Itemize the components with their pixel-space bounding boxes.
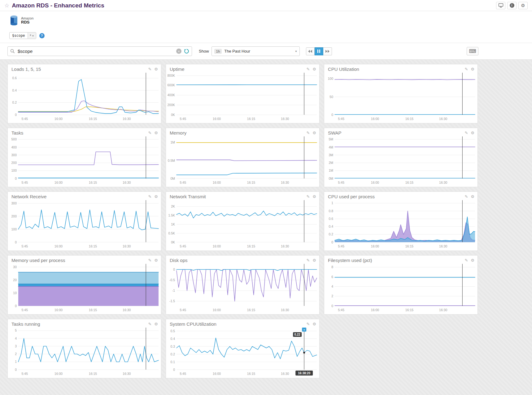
chart-plot[interactable]: 00.20.40.60.815:4516:0016:1516:30 — [324, 200, 477, 249]
brand-section: Amazon RDS $scope * ▾ ? — [0, 11, 532, 43]
svg-text:16:15: 16:15 — [405, 181, 413, 184]
svg-text:1.5K: 1.5K — [168, 213, 175, 217]
chart-plot[interactable]: 00.20.40.65:4516:0016:1516:30 — [8, 72, 161, 122]
chart-settings-icon[interactable]: ⚙ — [312, 322, 316, 326]
svg-text:-1: -1 — [172, 289, 175, 292]
chart-tools: ✎⚙ — [148, 131, 158, 135]
edit-chart-icon[interactable]: ✎ — [464, 258, 468, 262]
pause-button[interactable] — [315, 47, 323, 55]
chart-settings-icon[interactable]: ⚙ — [471, 195, 474, 199]
svg-text:16:15: 16:15 — [405, 244, 413, 248]
chart-title: Network Transmit — [170, 194, 306, 199]
edit-chart-icon[interactable]: ✎ — [148, 131, 151, 135]
svg-text:1: 1 — [331, 201, 333, 205]
edit-chart-icon[interactable]: ✎ — [148, 195, 151, 199]
svg-text:0.2: 0.2 — [170, 352, 175, 356]
edit-chart-icon[interactable]: ✎ — [464, 67, 468, 71]
chart-plot[interactable]: 0M1M2M3M4M5M5:4516:0016:1516:30 — [324, 136, 477, 185]
svg-text:0: 0 — [331, 304, 333, 308]
chart-card-header: Memory✎⚙ — [166, 128, 319, 136]
chart-plot[interactable]: 01002003005:4516:0016:1516:30 — [8, 200, 161, 249]
svg-text:0: 0 — [173, 268, 175, 271]
chart-settings-icon[interactable]: ⚙ — [154, 258, 158, 262]
chart-settings-icon[interactable]: ⚙ — [154, 131, 158, 135]
chart-settings-icon[interactable]: ⚙ — [312, 258, 316, 262]
chart-title: CPU Utilization — [328, 67, 464, 72]
svg-text:3M: 3M — [329, 153, 333, 157]
chart-plot[interactable]: 0-0.5-1-1.55:4516:0016:1516:30 — [166, 263, 319, 313]
edit-chart-icon[interactable]: ✎ — [464, 195, 468, 199]
edit-chart-icon[interactable]: ✎ — [306, 131, 310, 135]
chart-plot[interactable]: 01020305:4516:0016:1516:30 — [8, 263, 161, 313]
svg-text:5:45: 5:45 — [180, 244, 186, 248]
edit-chart-icon[interactable]: ✎ — [306, 67, 310, 71]
chart-settings-icon[interactable]: ⚙ — [312, 67, 316, 71]
edit-chart-icon[interactable]: ✎ — [148, 258, 151, 262]
chart-tools: ✎⚙ — [306, 258, 316, 262]
svg-text:16:30: 16:30 — [123, 181, 131, 184]
charts-grid: Loads 1, 5, 15✎⚙00.20.40.65:4516:0016:15… — [7, 64, 525, 378]
display-mode-button[interactable] — [496, 2, 505, 9]
chart-card-loads: Loads 1, 5, 15✎⚙00.20.40.65:4516:0016:15… — [7, 64, 161, 123]
chart-tools: ✎⚙ — [306, 67, 316, 71]
chart-plot[interactable]: 00.10.20.30.40.55:4516:0016:1516:30▼0.22… — [166, 327, 319, 376]
keyboard-shortcuts-button[interactable]: ⌨ — [467, 47, 478, 55]
edit-chart-icon[interactable]: ✎ — [148, 67, 151, 71]
chart-plot[interactable]: 0123455:4516:0016:1516:30 — [8, 327, 161, 376]
svg-text:4: 4 — [15, 337, 17, 340]
chart-title: Uptime — [170, 67, 306, 72]
svg-text:16:38:20: 16:38:20 — [298, 371, 310, 375]
dashboard-settings-button[interactable]: ⚙ — [518, 2, 528, 9]
svg-text:0.4: 0.4 — [12, 88, 17, 92]
svg-text:16:30: 16:30 — [439, 308, 447, 312]
svg-text:16:00: 16:00 — [213, 372, 221, 376]
chart-plot[interactable]: 0K0.5K1K1.5K2K5:4516:0016:1516:30 — [166, 200, 319, 249]
refresh-icon[interactable] — [184, 49, 189, 54]
svg-text:0: 0 — [15, 304, 17, 308]
chart-card-header: CPU Utilization✎⚙ — [324, 64, 477, 72]
svg-text:800K: 800K — [167, 74, 175, 77]
keyboard-icon: ⌨ — [469, 48, 476, 54]
chart-tools: ✎⚙ — [464, 258, 474, 262]
chart-card-swap: SWAP✎⚙0M1M2M3M4M5M5:4516:0016:1516:30 — [324, 128, 478, 187]
chart-plot[interactable]: 0M0.5M1M5:4516:0016:1516:30 — [166, 136, 319, 185]
clear-search-icon[interactable]: × — [176, 49, 181, 54]
scope-modifier[interactable]: * ▾ — [28, 32, 36, 39]
favorite-star-icon[interactable]: ☆ — [4, 2, 9, 9]
chart-settings-icon[interactable]: ⚙ — [471, 131, 474, 135]
scope-variable-chip[interactable]: $scope * ▾ — [9, 32, 36, 39]
edit-chart-icon[interactable]: ✎ — [306, 195, 310, 199]
edit-chart-icon[interactable]: ✎ — [306, 258, 310, 262]
chart-settings-icon[interactable]: ⚙ — [471, 258, 474, 262]
info-button[interactable]: i — [507, 2, 517, 9]
chart-settings-icon[interactable]: ⚙ — [154, 322, 158, 326]
svg-text:5: 5 — [15, 328, 17, 332]
svg-text:0.1: 0.1 — [170, 360, 175, 364]
chart-settings-icon[interactable]: ⚙ — [471, 67, 474, 71]
chart-settings-icon[interactable]: ⚙ — [312, 131, 316, 135]
fast-forward-icon — [325, 50, 329, 53]
chart-plot[interactable]: 024685:4516:0016:1516:30 — [324, 263, 477, 313]
help-icon[interactable]: ? — [39, 33, 45, 38]
amazon-rds-logo — [9, 15, 19, 26]
search-input[interactable] — [17, 48, 176, 54]
edit-chart-icon[interactable]: ✎ — [148, 322, 151, 326]
scope-token: $scope — [10, 32, 28, 39]
scope-search-box[interactable]: × — [7, 46, 192, 56]
chart-settings-icon[interactable]: ⚙ — [154, 67, 158, 71]
chart-plot[interactable]: 0501005:4516:0016:1516:30 — [324, 72, 477, 122]
chart-settings-icon[interactable]: ⚙ — [312, 195, 316, 199]
step-back-button[interactable] — [306, 47, 315, 55]
chart-settings-icon[interactable]: ⚙ — [154, 195, 158, 199]
time-range-select[interactable]: 1h The Past Hour ▾ — [211, 46, 300, 56]
chart-card-memory-used-per-process: Memory used per process✎⚙01020305:4516:0… — [7, 255, 161, 315]
chart-plot[interactable]: 01002003004005005:4516:0016:1516:30 — [8, 136, 161, 185]
chart-plot[interactable]: 0K200K400K600K800K5:4516:0016:1516:30 — [166, 72, 319, 122]
chart-tools: ✎⚙ — [148, 195, 158, 199]
svg-text:20: 20 — [13, 278, 17, 282]
edit-chart-icon[interactable]: ✎ — [464, 131, 468, 135]
svg-text:16:00: 16:00 — [213, 117, 221, 121]
step-forward-button[interactable] — [323, 47, 332, 55]
edit-chart-icon[interactable]: ✎ — [306, 322, 310, 326]
chart-title: Memory — [170, 130, 306, 135]
